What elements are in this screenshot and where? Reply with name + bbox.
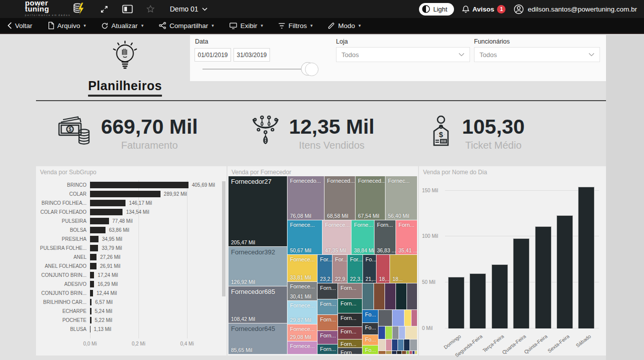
treemap-tile[interactable]: Fornecedor27205,47 Mil [228, 176, 287, 246]
bar[interactable] [90, 236, 98, 242]
treemap-tile[interactable]: Forn...36,83 ... [374, 220, 396, 254]
treemap-tile[interactable]: 18... [390, 255, 417, 283]
treemap-tile[interactable] [412, 310, 417, 326]
column-bar[interactable] [492, 264, 508, 328]
treemap-tile[interactable]: Forn... [338, 283, 362, 298]
treemap-tile[interactable]: Forn... [338, 339, 362, 347]
treemap-tile[interactable] [415, 351, 417, 354]
treemap-tile[interactable] [406, 351, 409, 354]
bar[interactable] [90, 326, 90, 332]
bar[interactable] [90, 317, 92, 323]
treemap-tile[interactable]: Fornecedor685108,42 Mil [228, 286, 287, 323]
bar[interactable] [90, 254, 96, 260]
treemap-tile[interactable] [378, 339, 386, 350]
menu-modo[interactable]: Modo▾ [320, 18, 368, 33]
treemap-tile[interactable]: Forn... [338, 327, 362, 339]
notifications-button[interactable]: Avisos 1 [462, 5, 506, 14]
treemap-tile[interactable] [398, 339, 404, 350]
treemap-tile[interactable] [392, 326, 398, 339]
treemap-tile[interactable] [378, 351, 386, 354]
menu-arquivo[interactable]: Arquivo▾ [40, 18, 94, 33]
treemap-tile[interactable]: For...23,2... [318, 255, 332, 283]
treemap-tile[interactable] [404, 310, 411, 326]
treemap-tile[interactable]: Forne...38,84 Mil [352, 220, 374, 254]
date-slider-track[interactable] [202, 69, 310, 70]
treemap-tile[interactable]: Fo...21,... [363, 255, 376, 283]
bar[interactable] [90, 209, 122, 215]
user-account[interactable]: edilson.santos@powertuning.com.br [514, 4, 637, 15]
menu-compartilhar[interactable]: Compartilhar▾ [151, 18, 222, 33]
menu-exibir[interactable]: Exibir▾ [222, 18, 270, 33]
treemap-tile[interactable]: Fo... [362, 345, 378, 354]
treemap-tile[interactable] [410, 351, 412, 354]
treemap-tile[interactable]: Fornece...30,41 Mil [288, 282, 317, 300]
back-button[interactable]: Voltar [0, 18, 40, 33]
bar[interactable] [90, 218, 109, 224]
scrollbar-thumb[interactable] [222, 181, 226, 296]
treemap-tile[interactable]: Fornecedor392126,92 Mil [228, 247, 287, 286]
bar[interactable] [90, 281, 94, 287]
date-end-input[interactable]: 31/03/2019 [234, 48, 270, 62]
treemap-tile[interactable]: Fornec...56,40 Mil [386, 176, 417, 220]
treemap-tile[interactable] [362, 283, 374, 309]
menu-filtros[interactable]: Filtros▾ [270, 18, 320, 33]
treemap-tile[interactable] [399, 326, 405, 339]
fullscreen-icon[interactable] [100, 5, 109, 14]
column-bar[interactable] [556, 215, 573, 328]
treemap-tile[interactable]: Forn...35,41 ... [396, 220, 417, 254]
bar[interactable] [90, 182, 188, 188]
treemap-tile[interactable] [392, 310, 404, 326]
treemap-tile[interactable]: Fornece...33,81 Mil [288, 255, 317, 281]
treemap-tile[interactable]: Forn... [318, 299, 338, 314]
treemap-tile[interactable] [378, 310, 392, 326]
treemap-tile[interactable]: Fornece...29,08 Mil [288, 324, 317, 341]
bar[interactable] [90, 227, 106, 233]
treemap-tile[interactable] [396, 283, 406, 309]
column-bar[interactable] [513, 238, 530, 328]
loja-select[interactable]: Todos [336, 47, 470, 62]
treemap-tile[interactable]: Forn... [318, 331, 338, 344]
theme-toggle[interactable]: Light [419, 3, 454, 16]
treemap-tile[interactable]: Fornece... [288, 341, 317, 354]
column-bar[interactable] [578, 187, 594, 328]
treemap-tile[interactable] [385, 283, 396, 309]
treemap-tile[interactable]: For...22,9... [332, 255, 347, 283]
treemap-tile[interactable] [386, 339, 392, 350]
treemap-tile[interactable]: Forn... [338, 348, 362, 354]
treemap-tile[interactable] [406, 326, 417, 339]
treemap-tile[interactable]: Fornece...47,35 Mil [322, 220, 351, 254]
bar[interactable] [90, 272, 94, 278]
treemap-tile[interactable]: Forn... [318, 344, 338, 354]
treemap-tile[interactable] [386, 351, 392, 354]
treemap-tile[interactable]: Fornecedo...76,08 Mil [288, 176, 324, 220]
bar[interactable] [90, 200, 126, 206]
treemap-tile[interactable]: Forneced...67,54 Mil [356, 176, 385, 220]
treemap-tile[interactable] [397, 351, 402, 354]
treemap-tile[interactable]: For...22,3... [348, 255, 362, 283]
treemap-tile[interactable]: Forneced...68,58 Mil [324, 176, 355, 220]
treemap-tile[interactable] [412, 351, 414, 354]
panel-layout-icon[interactable] [122, 5, 133, 14]
column-bar[interactable] [535, 226, 552, 328]
treemap-tile[interactable] [404, 339, 410, 350]
treemap-tile[interactable]: Fornece...29,87 Mil [288, 301, 317, 324]
treemap-tile[interactable]: Fornecedor64585,65 Mil [228, 323, 287, 354]
treemap-tile[interactable]: 18,... [376, 255, 390, 283]
treemap-tile[interactable]: Fo... [362, 335, 378, 345]
treemap-tile[interactable]: Fornece...50,67 Mil [288, 220, 322, 254]
menu-atualizar[interactable]: Atualizar▾ [94, 18, 151, 33]
treemap-tile[interactable] [410, 339, 417, 350]
bar[interactable] [90, 191, 160, 197]
chart-scrollbar[interactable] [222, 181, 226, 329]
bar[interactable] [90, 299, 92, 305]
treemap-tile[interactable] [392, 351, 396, 354]
treemap-tile[interactable]: Forn... [338, 299, 362, 313]
favorite-star-icon[interactable] [146, 5, 155, 14]
date-slider-thumb[interactable] [301, 62, 314, 76]
treemap-tile[interactable] [407, 283, 417, 309]
column-bar[interactable] [470, 273, 486, 328]
date-start-input[interactable]: 01/01/2019 [194, 48, 231, 62]
treemap-tile[interactable]: Forn... [338, 313, 362, 326]
bar[interactable] [90, 245, 98, 251]
column-bar[interactable] [448, 277, 464, 328]
